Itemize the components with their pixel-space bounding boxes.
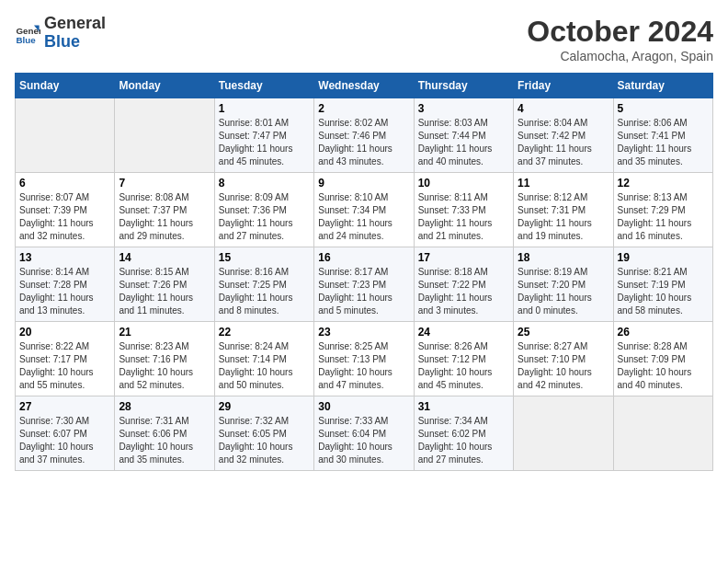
week-row-2: 6Sunrise: 8:07 AM Sunset: 7:39 PM Daylig… xyxy=(16,173,713,247)
day-number: 10 xyxy=(418,177,509,190)
day-cell: 29Sunrise: 7:32 AM Sunset: 6:05 PM Dayli… xyxy=(214,396,313,471)
day-number: 27 xyxy=(19,400,110,413)
day-info: Sunrise: 8:21 AM Sunset: 7:19 PM Dayligh… xyxy=(618,266,709,317)
day-info: Sunrise: 8:18 AM Sunset: 7:22 PM Dayligh… xyxy=(418,266,509,317)
day-number: 5 xyxy=(618,102,709,115)
day-number: 30 xyxy=(318,400,409,413)
day-info: Sunrise: 8:06 AM Sunset: 7:41 PM Dayligh… xyxy=(618,117,709,168)
day-info: Sunrise: 7:31 AM Sunset: 6:06 PM Dayligh… xyxy=(119,415,210,466)
logo: General Blue General Blue xyxy=(15,15,106,52)
day-number: 20 xyxy=(19,326,110,339)
day-cell: 28Sunrise: 7:31 AM Sunset: 6:06 PM Dayli… xyxy=(115,396,214,471)
day-info: Sunrise: 8:22 AM Sunset: 7:17 PM Dayligh… xyxy=(19,340,110,392)
day-cell: 26Sunrise: 8:28 AM Sunset: 7:09 PM Dayli… xyxy=(613,322,712,396)
day-cell xyxy=(514,396,613,471)
day-cell: 22Sunrise: 8:24 AM Sunset: 7:14 PM Dayli… xyxy=(214,322,313,396)
day-info: Sunrise: 8:14 AM Sunset: 7:28 PM Dayligh… xyxy=(19,266,110,317)
day-number: 4 xyxy=(518,102,609,115)
day-info: Sunrise: 8:15 AM Sunset: 7:26 PM Dayligh… xyxy=(119,266,210,317)
day-cell xyxy=(115,98,214,173)
day-number: 28 xyxy=(119,400,210,413)
day-cell: 7Sunrise: 8:08 AM Sunset: 7:37 PM Daylig… xyxy=(115,173,214,247)
day-info: Sunrise: 8:16 AM Sunset: 7:25 PM Dayligh… xyxy=(219,266,310,317)
day-header-tuesday: Tuesday xyxy=(214,74,313,98)
day-info: Sunrise: 7:30 AM Sunset: 6:07 PM Dayligh… xyxy=(19,415,110,466)
day-header-saturday: Saturday xyxy=(613,74,712,98)
svg-text:Blue: Blue xyxy=(16,35,36,45)
day-info: Sunrise: 8:07 AM Sunset: 7:39 PM Dayligh… xyxy=(19,191,110,243)
day-number: 16 xyxy=(318,251,409,264)
page-header: General Blue General Blue October 2024 C… xyxy=(15,15,713,63)
day-number: 22 xyxy=(219,326,310,339)
day-number: 18 xyxy=(518,251,609,264)
day-cell: 25Sunrise: 8:27 AM Sunset: 7:10 PM Dayli… xyxy=(514,322,613,396)
day-number: 7 xyxy=(119,177,210,190)
day-info: Sunrise: 8:09 AM Sunset: 7:36 PM Dayligh… xyxy=(219,191,310,243)
day-cell: 16Sunrise: 8:17 AM Sunset: 7:23 PM Dayli… xyxy=(314,247,414,322)
day-cell: 27Sunrise: 7:30 AM Sunset: 6:07 PM Dayli… xyxy=(16,396,115,471)
logo-icon: General Blue xyxy=(15,20,40,46)
day-cell: 21Sunrise: 8:23 AM Sunset: 7:16 PM Dayli… xyxy=(115,322,214,396)
day-number: 11 xyxy=(518,177,609,190)
day-header-thursday: Thursday xyxy=(414,74,513,98)
day-info: Sunrise: 8:27 AM Sunset: 7:10 PM Dayligh… xyxy=(518,340,609,392)
day-info: Sunrise: 7:34 AM Sunset: 6:02 PM Dayligh… xyxy=(418,415,509,466)
month-title: October 2024 xyxy=(527,15,713,49)
day-number: 17 xyxy=(418,251,509,264)
calendar-table: SundayMondayTuesdayWednesdayThursdayFrid… xyxy=(15,73,713,471)
day-info: Sunrise: 8:11 AM Sunset: 7:33 PM Dayligh… xyxy=(418,191,509,243)
day-number: 8 xyxy=(219,177,310,190)
day-cell: 9Sunrise: 8:10 AM Sunset: 7:34 PM Daylig… xyxy=(314,173,414,247)
day-cell: 6Sunrise: 8:07 AM Sunset: 7:39 PM Daylig… xyxy=(16,173,115,247)
day-number: 26 xyxy=(618,326,709,339)
day-number: 1 xyxy=(219,102,310,115)
day-number: 21 xyxy=(119,326,210,339)
day-cell: 3Sunrise: 8:03 AM Sunset: 7:44 PM Daylig… xyxy=(414,98,513,173)
week-row-1: 1Sunrise: 8:01 AM Sunset: 7:47 PM Daylig… xyxy=(16,98,713,173)
location-subtitle: Calamocha, Aragon, Spain xyxy=(527,49,713,63)
day-cell: 11Sunrise: 8:12 AM Sunset: 7:31 PM Dayli… xyxy=(514,173,613,247)
week-row-3: 13Sunrise: 8:14 AM Sunset: 7:28 PM Dayli… xyxy=(16,247,713,322)
day-cell: 23Sunrise: 8:25 AM Sunset: 7:13 PM Dayli… xyxy=(314,322,414,396)
calendar-body: 1Sunrise: 8:01 AM Sunset: 7:47 PM Daylig… xyxy=(16,98,713,471)
calendar-header: SundayMondayTuesdayWednesdayThursdayFrid… xyxy=(16,74,713,98)
day-cell: 19Sunrise: 8:21 AM Sunset: 7:19 PM Dayli… xyxy=(613,247,712,322)
day-number: 14 xyxy=(119,251,210,264)
day-number: 12 xyxy=(618,177,709,190)
day-info: Sunrise: 8:04 AM Sunset: 7:42 PM Dayligh… xyxy=(518,117,609,168)
header-row: SundayMondayTuesdayWednesdayThursdayFrid… xyxy=(16,74,713,98)
day-number: 2 xyxy=(318,102,409,115)
day-number: 23 xyxy=(318,326,409,339)
day-cell xyxy=(16,98,115,173)
day-info: Sunrise: 8:02 AM Sunset: 7:46 PM Dayligh… xyxy=(318,117,409,168)
day-number: 13 xyxy=(19,251,110,264)
day-info: Sunrise: 8:25 AM Sunset: 7:13 PM Dayligh… xyxy=(318,340,409,392)
day-info: Sunrise: 8:01 AM Sunset: 7:47 PM Dayligh… xyxy=(219,117,310,168)
day-info: Sunrise: 8:13 AM Sunset: 7:29 PM Dayligh… xyxy=(618,191,709,243)
day-cell: 31Sunrise: 7:34 AM Sunset: 6:02 PM Dayli… xyxy=(414,396,513,471)
day-header-monday: Monday xyxy=(115,74,214,98)
day-cell: 8Sunrise: 8:09 AM Sunset: 7:36 PM Daylig… xyxy=(214,173,313,247)
day-header-wednesday: Wednesday xyxy=(314,74,414,98)
day-info: Sunrise: 8:10 AM Sunset: 7:34 PM Dayligh… xyxy=(318,191,409,243)
title-block: October 2024 Calamocha, Aragon, Spain xyxy=(527,15,713,63)
day-number: 25 xyxy=(518,326,609,339)
day-cell: 24Sunrise: 8:26 AM Sunset: 7:12 PM Dayli… xyxy=(414,322,513,396)
day-cell: 30Sunrise: 7:33 AM Sunset: 6:04 PM Dayli… xyxy=(314,396,414,471)
day-header-friday: Friday xyxy=(514,74,613,98)
day-cell: 1Sunrise: 8:01 AM Sunset: 7:47 PM Daylig… xyxy=(214,98,313,173)
day-info: Sunrise: 8:03 AM Sunset: 7:44 PM Dayligh… xyxy=(418,117,509,168)
day-cell xyxy=(613,396,712,471)
day-cell: 17Sunrise: 8:18 AM Sunset: 7:22 PM Dayli… xyxy=(414,247,513,322)
day-info: Sunrise: 7:32 AM Sunset: 6:05 PM Dayligh… xyxy=(219,415,310,466)
day-cell: 4Sunrise: 8:04 AM Sunset: 7:42 PM Daylig… xyxy=(514,98,613,173)
day-number: 24 xyxy=(418,326,509,339)
day-cell: 2Sunrise: 8:02 AM Sunset: 7:46 PM Daylig… xyxy=(314,98,414,173)
day-number: 15 xyxy=(219,251,310,264)
day-info: Sunrise: 8:19 AM Sunset: 7:20 PM Dayligh… xyxy=(518,266,609,317)
day-info: Sunrise: 7:33 AM Sunset: 6:04 PM Dayligh… xyxy=(318,415,409,466)
day-info: Sunrise: 8:17 AM Sunset: 7:23 PM Dayligh… xyxy=(318,266,409,317)
day-info: Sunrise: 8:28 AM Sunset: 7:09 PM Dayligh… xyxy=(618,340,709,392)
day-info: Sunrise: 8:12 AM Sunset: 7:31 PM Dayligh… xyxy=(518,191,609,243)
day-cell: 10Sunrise: 8:11 AM Sunset: 7:33 PM Dayli… xyxy=(414,173,513,247)
